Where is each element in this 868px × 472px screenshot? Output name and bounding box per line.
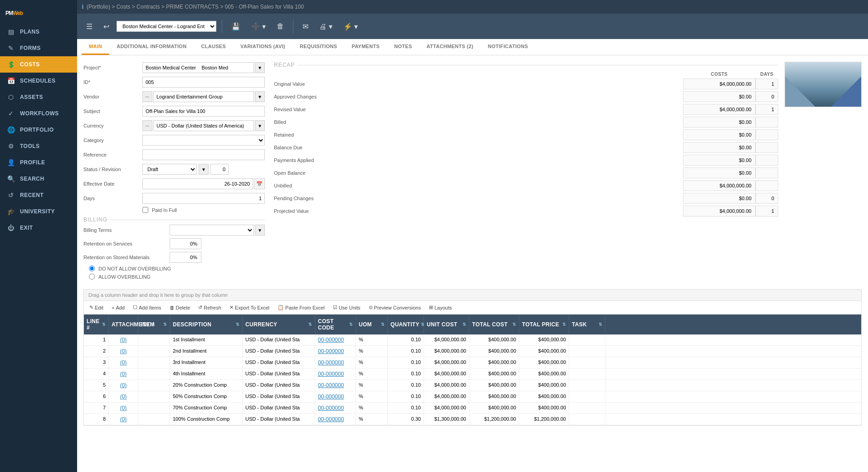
grid-toolbar-paste_excel[interactable]: 📋 Paste From Excel — [276, 304, 327, 311]
col-header-totalcost: TOTAL COST ⇅ — [469, 315, 519, 334]
cell-costcode[interactable]: 00-000000 — [315, 391, 356, 402]
cell-attachment[interactable]: (0) — [109, 357, 138, 368]
form-right: RECAP COSTS DAYS Original Value Approved… — [274, 62, 862, 282]
menu-icon[interactable]: ☰ — [83, 20, 96, 33]
cell-costcode[interactable]: 00-000000 — [315, 346, 356, 357]
paid-in-full-checkbox[interactable] — [142, 207, 148, 213]
col-header-description: DESCRIPTION ⇅ — [170, 315, 243, 334]
recap-row: Approved Changes — [274, 91, 778, 102]
add-button[interactable]: ➕ ▾ — [248, 20, 269, 33]
table-row[interactable]: 8 (0) 100% Construction Comp USD - Dolla… — [84, 414, 861, 425]
status-dropdown-btn[interactable]: ▼ — [199, 164, 209, 175]
recap-rows: Original Value Approved Changes Revised … — [274, 79, 778, 216]
vendor-dropdown-btn[interactable]: ▼ — [255, 91, 265, 102]
add-icon: + — [112, 305, 114, 310]
cell-attachment[interactable]: (0) — [109, 346, 138, 357]
table-row[interactable]: 5 (0) 20% Construction Comp USD - Dollar… — [84, 380, 861, 391]
table-row[interactable]: 6 (0) 50% Construction Comp USD - Dollar… — [84, 391, 861, 403]
tab-clauses[interactable]: CLAUSES — [194, 39, 233, 55]
calendar-icon[interactable]: 📅 — [254, 178, 265, 189]
grid-toolbar-delete[interactable]: 🗑 Delete — [168, 304, 192, 311]
sidebar-item-profile[interactable]: 👤 PROFILE — [0, 154, 77, 171]
reference-input[interactable] — [142, 149, 265, 160]
delete-button[interactable]: 🗑 — [273, 20, 288, 32]
info-icon[interactable]: ℹ — [82, 4, 84, 10]
grid-toolbar-preview_conversions[interactable]: ⊙ Preview Conversions — [367, 304, 423, 311]
sidebar-item-portfolio[interactable]: 🌐 PORTFOLIO — [0, 122, 77, 138]
currency-input[interactable] — [153, 120, 254, 131]
sidebar-item-university[interactable]: 🎓 UNIVERSITY — [0, 203, 77, 220]
project-input[interactable] — [142, 62, 254, 73]
sidebar-item-search[interactable]: 🔍 SEARCH — [0, 171, 77, 187]
cell-attachment[interactable]: (0) — [109, 369, 138, 379]
grid-toolbar-edit[interactable]: ✎ Edit — [88, 304, 105, 311]
allow-overbilling-radio[interactable] — [89, 274, 95, 280]
category-select[interactable] — [142, 135, 265, 146]
billing-terms-select[interactable] — [170, 225, 254, 236]
grid-toolbar-layouts[interactable]: ⊞ Layouts — [427, 304, 454, 311]
table-row[interactable]: 1 (0) 1st Installment USD - Dollar (Unit… — [84, 334, 861, 346]
cell-attachment[interactable]: (0) — [109, 334, 138, 345]
status-num-input[interactable] — [210, 164, 229, 175]
status-select[interactable]: Draft — [142, 164, 197, 175]
cell-attachment[interactable]: (0) — [109, 414, 138, 425]
grid-toolbar-add[interactable]: + Add — [110, 304, 127, 311]
cell-costcode[interactable]: 00-000000 — [315, 403, 356, 413]
retention-materials-input[interactable] — [170, 252, 201, 263]
cell-attachment[interactable]: (0) — [109, 403, 138, 413]
table-row[interactable]: 3 (0) 3rd Installment USD - Dollar (Unit… — [84, 357, 861, 369]
print-button[interactable]: 🖨 ▾ — [316, 20, 336, 33]
no-overbilling-radio[interactable] — [89, 266, 95, 271]
sidebar-item-forms[interactable]: ✎ FORMS — [0, 40, 77, 56]
grid-toolbar-add_items[interactable]: ☐ Add Items — [131, 304, 163, 311]
effective-date-input[interactable] — [142, 178, 253, 189]
cell-costcode[interactable]: 00-000000 — [315, 369, 356, 379]
sidebar-item-workflows[interactable]: ✓ WORKFLOWS — [0, 105, 77, 122]
sidebar-item-plans[interactable]: ▤ PLANS — [0, 24, 77, 40]
tab-notifications[interactable]: NOTIFICATIONS — [481, 39, 536, 55]
grid-toolbar-export_excel[interactable]: ✕ Export To Excel — [228, 304, 271, 311]
project-dropdown-btn[interactable]: ▼ — [255, 62, 265, 73]
vendor-input[interactable] — [153, 91, 254, 102]
recap-value-costs — [683, 104, 756, 115]
tab-requisitions[interactable]: REQUISITIONS — [293, 39, 344, 55]
flash-button[interactable]: ⚡ ▾ — [340, 20, 361, 33]
sidebar-item-schedules[interactable]: 📅 SCHEDULES — [0, 73, 77, 89]
currency-options-btn[interactable]: ··· — [142, 120, 152, 131]
tab-attachments[interactable]: ATTACHMENTS (2) — [419, 39, 481, 55]
recap-value-costs — [683, 167, 756, 178]
table-row[interactable]: 2 (0) 2nd Installment USD - Dollar (Unit… — [84, 346, 861, 357]
table-row[interactable]: 4 (0) 4th Installment USD - Dollar (Unit… — [84, 369, 861, 380]
no-overbilling-label: DO NOT ALLOW OVERBILLING — [98, 266, 171, 271]
subject-input[interactable] — [142, 106, 265, 117]
grid-toolbar-use_units[interactable]: ☑ Use Units — [331, 304, 362, 311]
vendor-options-btn[interactable]: ··· — [142, 91, 152, 102]
cell-costcode[interactable]: 00-000000 — [315, 414, 356, 425]
sidebar-item-assets[interactable]: ⬡ ASSETS — [0, 89, 77, 105]
cell-costcode[interactable]: 00-000000 — [315, 380, 356, 391]
project-selector[interactable]: Boston Medical Center - Logrand Ent — [117, 21, 216, 32]
billing-terms-dropdown-btn[interactable]: ▼ — [255, 225, 265, 236]
sidebar-item-exit[interactable]: ⏻ EXIT — [0, 220, 77, 236]
currency-dropdown-btn[interactable]: ▼ — [255, 120, 265, 131]
cell-attachment[interactable]: (0) — [109, 391, 138, 402]
cell-costcode[interactable]: 00-000000 — [315, 357, 356, 368]
email-button[interactable]: ✉ — [299, 20, 312, 33]
cell-attachment[interactable]: (0) — [109, 380, 138, 391]
id-input[interactable] — [142, 77, 265, 88]
days-input[interactable] — [142, 193, 265, 204]
retention-services-input[interactable] — [170, 238, 201, 249]
tab-payments[interactable]: PAYMENTS — [344, 39, 387, 55]
cell-costcode[interactable]: 00-000000 — [315, 334, 356, 345]
tab-notes[interactable]: NOTES — [387, 39, 419, 55]
sidebar-item-tools[interactable]: ⚙ TOOLS — [0, 138, 77, 154]
tab-main[interactable]: MAIN — [82, 39, 109, 55]
sidebar-item-recent[interactable]: ↺ RECENT — [0, 187, 77, 203]
grid-toolbar-refresh[interactable]: ↺ Refresh — [196, 304, 223, 311]
undo-button[interactable]: ↩ — [100, 20, 113, 33]
table-row[interactable]: 7 (0) 70% Construction Comp USD - Dollar… — [84, 403, 861, 414]
sidebar-item-costs[interactable]: 💲 COSTS — [0, 56, 77, 73]
tab-additional[interactable]: ADDITIONAL INFORMATION — [109, 39, 194, 55]
save-button[interactable]: 💾 — [228, 20, 244, 33]
tab-variations[interactable]: VARIATIONS (AVI) — [233, 39, 293, 55]
